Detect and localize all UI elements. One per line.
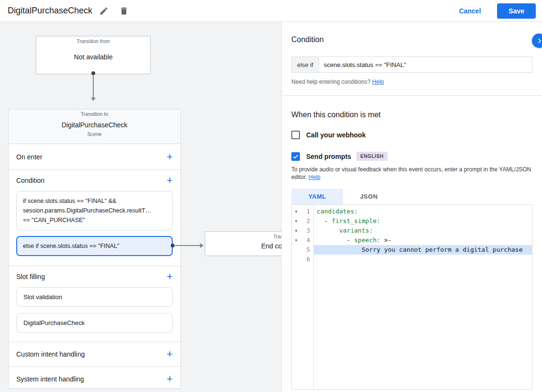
editor-gutter: ▾1 ▾2 ▾3 ▾4 5 6	[292, 205, 314, 389]
plus-icon: +	[166, 270, 173, 282]
connector-dot	[91, 71, 95, 75]
add-slot-button[interactable]: +	[166, 271, 173, 282]
connector-line	[93, 76, 94, 98]
transition-from-label: Transition from	[36, 38, 150, 44]
condition-input-row: else if	[291, 56, 532, 73]
condition-input[interactable]	[319, 57, 532, 72]
line-number: 3	[300, 227, 313, 234]
tab-json[interactable]: JSON	[343, 189, 395, 204]
webhook-checkbox[interactable]	[291, 131, 300, 139]
condition-box-selected[interactable]: else if scene.slots.status == "FINAL"	[16, 236, 173, 256]
panel-title: Condition	[291, 35, 532, 44]
line-number: 6	[300, 256, 313, 263]
plus-icon: +	[166, 373, 173, 385]
arrowhead-right-icon	[200, 243, 204, 248]
plus-icon: +	[166, 348, 173, 360]
send-prompts-checkbox[interactable]	[291, 152, 300, 161]
page-title: DigitalPurchaseCheck	[8, 6, 92, 16]
help-text: Need help entering conditions? Help	[291, 78, 532, 85]
condition-type-label: else if	[292, 57, 319, 72]
line-number: 5	[300, 246, 313, 253]
slot-box[interactable]: DigitalPurchaseCheck	[16, 313, 173, 333]
custom-intent-label: Custom intent handling	[16, 350, 85, 358]
code-line[interactable]	[314, 255, 532, 264]
edit-title-button[interactable]	[95, 2, 112, 20]
slot-box-label: Slot validation	[23, 293, 62, 301]
transition-from-value: Not available	[36, 53, 150, 61]
scene-card[interactable]: Transition to DigitalPurchaseCheck Scene…	[8, 109, 181, 389]
scene-title: DigitalPurchaseCheck	[9, 121, 180, 129]
editor-tabs: YAML JSON	[291, 189, 532, 204]
system-intent-label: System intent handling	[16, 375, 84, 383]
section-on-enter: On enter +	[9, 144, 180, 170]
prompts-description-text: To provide audio or visual feedback when…	[291, 166, 531, 180]
line-number: 1	[300, 208, 313, 215]
add-custom-intent-button[interactable]: +	[166, 349, 173, 359]
prompts-help-link[interactable]: Help	[309, 174, 321, 180]
line-number: 2	[300, 218, 313, 224]
tab-yaml[interactable]: YAML	[291, 189, 343, 204]
condition-text-line: if scene.slots.status == "FINAL" &&	[23, 196, 166, 206]
prompts-description: To provide audio or visual feedback when…	[291, 166, 532, 181]
add-on-enter-button[interactable]: +	[166, 152, 173, 162]
cancel-button[interactable]: Cancel	[459, 7, 481, 15]
caret-down-icon[interactable]: ▾	[292, 209, 300, 214]
end-node-label: Transition to	[205, 234, 281, 239]
code-line[interactable]: candidates:	[314, 207, 532, 216]
save-button[interactable]: Save	[497, 3, 536, 19]
code-area[interactable]: candidates: - first_simple: variants: - …	[314, 205, 532, 389]
section-custom-intent: Custom intent handling +	[9, 342, 180, 367]
condition-panel: Condition else if Need help entering con…	[281, 22, 542, 392]
slot-box[interactable]: Slot validation	[16, 287, 173, 307]
slot-box-label: DigitalPurchaseCheck	[23, 319, 85, 326]
section-condition: Condition + if scene.slots.status == "FI…	[9, 170, 180, 266]
plus-icon: +	[166, 174, 173, 186]
checkmark-icon	[292, 153, 299, 160]
connector-line	[175, 245, 200, 246]
code-editor: ▾1 ▾2 ▾3 ▾4 5 6 candidates: - first_simp…	[291, 204, 532, 390]
header: DigitalPurchaseCheck Cancel Save	[0, 0, 542, 22]
condition-text-line: == "CAN_PURCHASE"	[23, 215, 166, 225]
on-enter-label: On enter	[16, 153, 42, 161]
code-line-highlighted[interactable]: Sorry you cannot perform a digital purch…	[314, 245, 532, 255]
scene-graph-canvas[interactable]: Transition from Not available Transition…	[0, 22, 281, 392]
caret-down-icon[interactable]: ▾	[292, 228, 300, 233]
send-prompts-label[interactable]: Send prompts	[306, 153, 351, 160]
add-condition-button[interactable]: +	[166, 175, 173, 186]
transition-from-node: Transition from Not available	[36, 36, 151, 74]
help-link[interactable]: Help	[372, 78, 384, 85]
caret-down-icon[interactable]: ▾	[292, 238, 300, 243]
line-number: 4	[300, 237, 313, 244]
divider	[282, 95, 542, 96]
trash-icon	[119, 6, 129, 16]
add-system-intent-button[interactable]: +	[166, 374, 173, 384]
section-slot-filling: Slot filling + Slot validation DigitalPu…	[9, 266, 180, 342]
scene-editor-window: DigitalPurchaseCheck Cancel Save Transit…	[0, 0, 542, 392]
delete-scene-button[interactable]	[115, 2, 133, 20]
chevron-right-icon	[536, 37, 542, 45]
code-line[interactable]: - speech: >-	[314, 235, 532, 245]
scene-card-header[interactable]: Transition to DigitalPurchaseCheck Scene	[9, 110, 180, 144]
section-system-intent: System intent handling +	[9, 367, 180, 389]
caret-down-icon[interactable]: ▾	[292, 219, 300, 224]
when-condition-title: When this condition is met	[291, 111, 532, 119]
webhook-label[interactable]: Call your webhook	[306, 131, 365, 139]
condition-box[interactable]: if scene.slots.status == "FINAL" && sess…	[16, 191, 173, 230]
language-badge: ENGLISH	[356, 152, 387, 161]
end-node-value: End conversation	[205, 242, 281, 250]
collapse-panel-button[interactable]	[532, 34, 542, 48]
transition-to-label: Transition to	[9, 111, 180, 117]
condition-text-line: session.params.DigitalPurchaseCheck.resu…	[23, 206, 166, 215]
pencil-icon	[99, 6, 109, 16]
webhook-row: Call your webhook	[291, 131, 532, 139]
connector-dot	[171, 244, 175, 247]
condition-section-label: Condition	[16, 177, 44, 184]
end-conversation-node[interactable]: Transition to End conversation	[205, 231, 281, 256]
slot-filling-label: Slot filling	[16, 273, 45, 280]
send-prompts-row: Send prompts ENGLISH	[291, 152, 532, 161]
arrowhead-down-icon	[91, 98, 96, 101]
plus-icon: +	[166, 151, 173, 163]
code-line[interactable]: variants:	[314, 226, 532, 235]
code-line[interactable]: - first_simple:	[314, 216, 532, 226]
condition-text: else if scene.slots.status == "FINAL"	[23, 241, 119, 251]
